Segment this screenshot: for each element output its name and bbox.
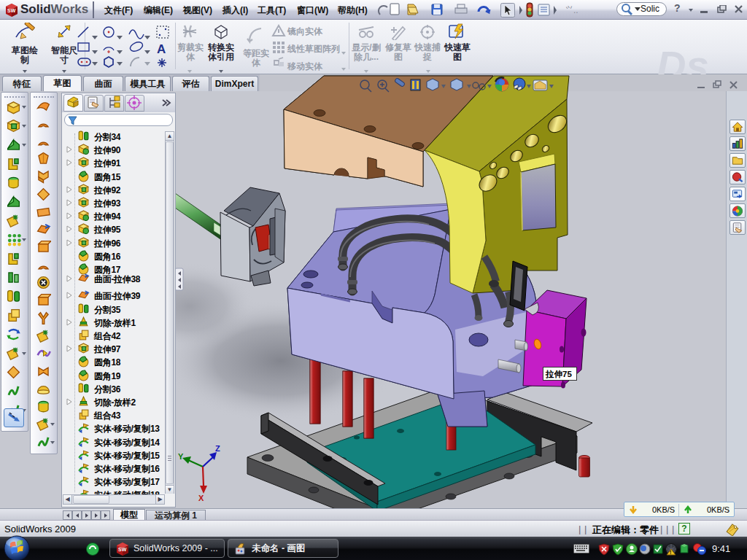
svg-text:!: ! [670, 550, 671, 555]
svg-text:SW: SW [7, 8, 16, 13]
svg-text:⺍..: ⺍.. [565, 5, 578, 15]
svg-text:X: X [198, 494, 204, 502]
svg-text:SW: SW [118, 547, 127, 552]
svg-text:Z: Z [215, 444, 220, 453]
svg-text:A: A [157, 42, 166, 56]
svg-text:拉伸75: 拉伸75 [545, 370, 572, 378]
svg-text:Y: Y [178, 452, 184, 461]
